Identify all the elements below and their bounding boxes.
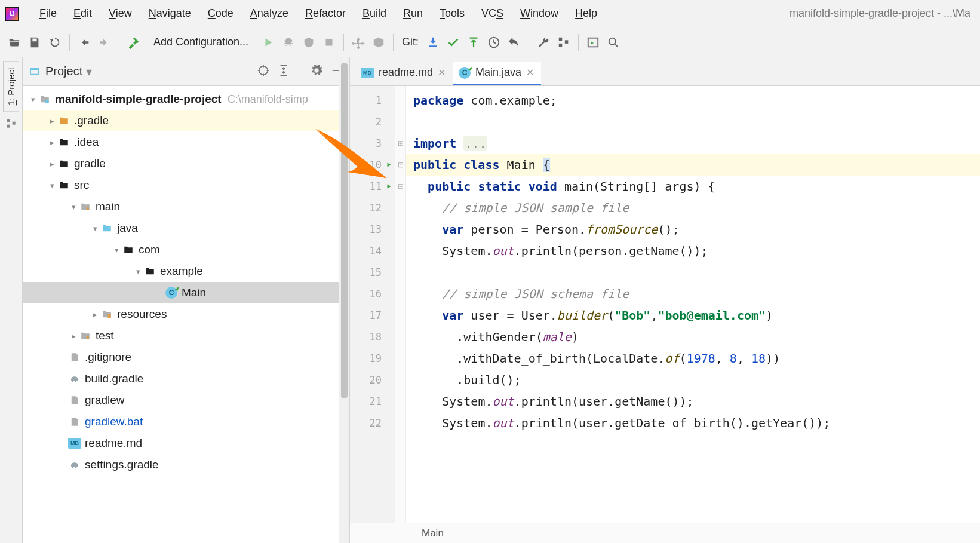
- tab-main-java[interactable]: CMain.java✕: [453, 62, 541, 85]
- menu-build[interactable]: Build: [354, 5, 395, 22]
- run-icon[interactable]: [260, 34, 277, 51]
- git-push-icon[interactable]: [465, 34, 482, 51]
- search-everywhere-icon[interactable]: [605, 34, 622, 51]
- tree-item-resources[interactable]: ▸resources: [23, 303, 349, 325]
- project-view-icon: [29, 66, 41, 78]
- menu-code[interactable]: Code: [199, 5, 242, 22]
- markdown-file-icon: MD: [361, 68, 374, 78]
- structure-toolwindow-tab[interactable]: [5, 118, 17, 130]
- run-gutter-icon[interactable]: [385, 159, 392, 171]
- close-icon[interactable]: ✕: [526, 67, 534, 78]
- project-toolwindow-tab[interactable]: 1: Project: [3, 61, 19, 112]
- fold-gutter[interactable]: ⊞ ⊟ ⊟: [395, 86, 406, 523]
- tree-item-gitignore[interactable]: .gitignore: [23, 346, 349, 368]
- code-editor[interactable]: package com.example; import ... public c…: [406, 86, 980, 523]
- app-icon: IJ: [5, 7, 19, 21]
- forward-icon[interactable]: [96, 34, 113, 51]
- tree-item-gradle-cache[interactable]: ▸.gradle: [23, 110, 349, 131]
- stop-icon[interactable]: [321, 34, 337, 51]
- svg-rect-12: [45, 100, 49, 103]
- panel-settings-icon[interactable]: [310, 64, 323, 79]
- tree-scrollbar[interactable]: [339, 57, 349, 543]
- tree-item-idea[interactable]: ▸.idea: [23, 131, 349, 153]
- tree-item-main-class[interactable]: CMain: [23, 282, 349, 303]
- revert-icon[interactable]: [506, 34, 523, 51]
- git-label: Git:: [400, 36, 421, 48]
- settings-icon[interactable]: [535, 34, 552, 51]
- tree-item-test[interactable]: ▸test: [23, 325, 349, 346]
- menu-edit[interactable]: Edit: [65, 5, 100, 22]
- menu-help[interactable]: Help: [567, 5, 606, 22]
- menu-bar: IJ FileEditViewNavigateCodeAnalyzeRefact…: [0, 0, 980, 27]
- tab-label: readme.md: [379, 66, 433, 79]
- editor-area: MDreadme.md✕ CMain.java✕ 1 2 3 10 11 12 …: [350, 57, 980, 543]
- tab-label: Main.java: [475, 66, 521, 79]
- coverage-icon[interactable]: [300, 34, 317, 51]
- menu-refactor[interactable]: Refactor: [297, 5, 354, 22]
- editor-tabs: MDreadme.md✕ CMain.java✕: [350, 57, 980, 86]
- run-gutter-icon[interactable]: [385, 180, 392, 192]
- menu-window[interactable]: Window: [512, 5, 567, 22]
- tree-item-readme[interactable]: MDreadme.md: [23, 432, 349, 454]
- tree-item-example[interactable]: ▾example: [23, 260, 349, 282]
- fold-toggle-icon[interactable]: ⊟: [395, 154, 405, 176]
- tree-item-settings-gradle[interactable]: settings.gradle: [23, 454, 349, 475]
- tree-item-java[interactable]: ▾java: [23, 217, 349, 239]
- close-icon[interactable]: ✕: [438, 67, 446, 78]
- locate-icon[interactable]: [350, 34, 367, 51]
- git-commit-icon[interactable]: [445, 34, 462, 51]
- menu-view[interactable]: View: [100, 5, 140, 22]
- menu-navigate[interactable]: Navigate: [140, 5, 199, 22]
- tree-root[interactable]: ▾ manifold-simple-gradle-projectC:\manif…: [23, 88, 349, 110]
- tree-item-main[interactable]: ▾main: [23, 196, 349, 217]
- main-toolbar: Add Configuration... Git:: [0, 27, 980, 57]
- project-panel-title[interactable]: Project ▾: [45, 65, 92, 79]
- menu-file[interactable]: File: [31, 5, 65, 22]
- project-tree[interactable]: ▾ manifold-simple-gradle-projectC:\manif…: [23, 86, 349, 543]
- locate-in-tree-icon[interactable]: [257, 64, 270, 79]
- git-pull-icon[interactable]: [425, 34, 441, 51]
- fold-toggle-icon[interactable]: ⊟: [395, 176, 405, 197]
- structure-icon[interactable]: [555, 34, 572, 51]
- svg-rect-11: [30, 68, 39, 70]
- menu-tools[interactable]: Tools: [431, 5, 473, 22]
- history-icon[interactable]: [486, 34, 502, 51]
- run-config-selector[interactable]: Add Configuration...: [146, 33, 256, 51]
- project-panel-header: Project ▾: [23, 57, 349, 86]
- menu-analyze[interactable]: Analyze: [242, 5, 297, 22]
- editor-breadcrumb[interactable]: Main: [350, 523, 980, 543]
- tree-item-gradle-dir[interactable]: ▸gradle: [23, 153, 349, 174]
- save-icon[interactable]: [26, 34, 43, 51]
- back-icon[interactable]: [76, 34, 93, 51]
- left-tool-strip: 1: Project: [0, 57, 23, 543]
- open-icon[interactable]: [6, 34, 23, 51]
- project-panel: Project ▾ ▾ manifold-simple-gradle-proje…: [23, 57, 350, 543]
- tree-item-src[interactable]: ▾src: [23, 174, 349, 196]
- run-anything-icon[interactable]: [585, 34, 601, 51]
- debug-icon[interactable]: [280, 34, 297, 51]
- java-class-icon: C: [459, 67, 471, 79]
- fold-toggle-icon[interactable]: ⊞: [395, 133, 405, 154]
- tree-item-com[interactable]: ▾com: [23, 239, 349, 260]
- tree-item-gradlew-bat[interactable]: gradlew.bat: [23, 411, 349, 432]
- build-icon[interactable]: [125, 34, 142, 51]
- refresh-icon[interactable]: [47, 34, 63, 51]
- window-title: manifold-simple-gradle-project - ...\Ma: [789, 7, 975, 20]
- line-number-gutter[interactable]: 1 2 3 10 11 12 13 14 15 16 17 18 19 20 2…: [350, 86, 395, 523]
- tab-readme[interactable]: MDreadme.md✕: [355, 62, 453, 85]
- menu-vcs[interactable]: VCS: [473, 5, 512, 22]
- collapse-all-icon[interactable]: [277, 64, 290, 79]
- package-icon[interactable]: [370, 34, 387, 51]
- tree-item-build-gradle[interactable]: build.gradle: [23, 368, 349, 389]
- menu-run[interactable]: Run: [395, 5, 431, 22]
- tree-item-gradlew[interactable]: gradlew: [23, 389, 349, 411]
